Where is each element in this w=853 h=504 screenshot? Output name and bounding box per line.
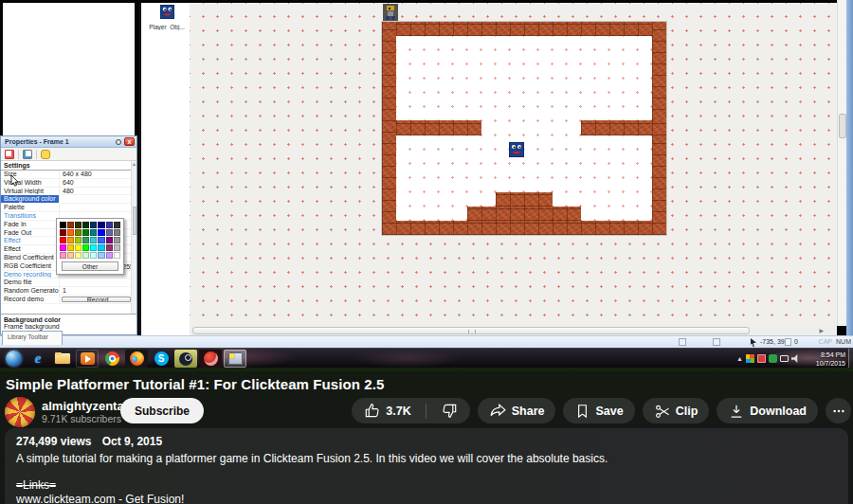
- app25-icon[interactable]: [224, 350, 246, 368]
- palette-swatch[interactable]: [75, 222, 82, 228]
- palette-swatch[interactable]: [106, 252, 113, 259]
- vertical-scrollbar[interactable]: [837, 0, 846, 326]
- palette-swatch[interactable]: [67, 252, 74, 259]
- save-button[interactable]: Save: [563, 398, 634, 423]
- settings-tab-icon[interactable]: [5, 150, 14, 159]
- horizontal-scrollbar-thumb[interactable]: [192, 327, 750, 334]
- runtime-tab-icon[interactable]: [23, 150, 32, 159]
- palette-swatch[interactable]: [114, 244, 120, 251]
- palette-swatch[interactable]: [60, 244, 66, 251]
- property-row[interactable]: Virtual Height 480: [1, 188, 136, 196]
- show-desktop-button[interactable]: [848, 349, 853, 369]
- about-tab-icon[interactable]: [41, 150, 50, 159]
- properties-titlebar[interactable]: Properties - Frame 1 x: [1, 136, 136, 148]
- palette-swatch[interactable]: [114, 237, 120, 243]
- firefox-icon[interactable]: [125, 350, 148, 368]
- player-object[interactable]: [509, 142, 524, 157]
- palette-swatch[interactable]: [75, 237, 82, 243]
- palette-swatch[interactable]: [82, 244, 89, 251]
- backdrop-object-icon[interactable]: [383, 4, 398, 21]
- palette-swatch[interactable]: [82, 222, 89, 228]
- clickteam-link[interactable]: www.clickteam.com - Get Fusion!: [16, 493, 837, 504]
- volume-icon[interactable]: [791, 354, 800, 363]
- clip-button[interactable]: Clip: [643, 398, 710, 423]
- frame-editor-workspace[interactable]: [190, 3, 837, 326]
- property-value[interactable]: 640: [60, 179, 136, 187]
- palette-swatch[interactable]: [106, 229, 113, 236]
- tray-expand-icon[interactable]: ▲: [736, 355, 743, 362]
- palette-swatch[interactable]: [98, 237, 104, 243]
- network-icon[interactable]: [780, 355, 789, 362]
- palette-swatch[interactable]: [106, 237, 113, 243]
- palette-swatch[interactable]: [67, 229, 74, 236]
- properties-scrollbar[interactable]: ▲: [131, 161, 136, 314]
- palette-swatch[interactable]: [67, 244, 74, 251]
- palette-swatch[interactable]: [60, 222, 66, 228]
- palette-swatch[interactable]: [67, 237, 74, 243]
- library-item-player[interactable]: Player_Obj...: [145, 5, 189, 30]
- palette-swatch[interactable]: [75, 244, 82, 251]
- palette-swatch[interactable]: [114, 229, 120, 236]
- palette-swatch[interactable]: [82, 237, 89, 243]
- brick-wall-bottom[interactable]: [382, 221, 666, 235]
- property-value[interactable]: 480: [60, 188, 136, 195]
- property-row[interactable]: Background color: [1, 195, 136, 204]
- palette-swatch[interactable]: [98, 244, 104, 251]
- game-frame[interactable]: [382, 22, 666, 235]
- property-value[interactable]: [60, 279, 136, 286]
- palette-swatch[interactable]: [90, 229, 97, 236]
- brick-ledge-right[interactable]: [581, 120, 666, 135]
- fusion-icon[interactable]: [199, 350, 222, 368]
- more-actions-button[interactable]: [826, 398, 851, 423]
- palette-swatch[interactable]: [98, 252, 104, 259]
- palette-swatch[interactable]: [114, 222, 120, 228]
- scroll-right-arrow-icon[interactable]: ▶: [819, 327, 824, 333]
- brick-wall-left[interactable]: [382, 22, 396, 235]
- palette-swatch[interactable]: [106, 222, 113, 228]
- action-center-icon[interactable]: [757, 354, 766, 363]
- horizontal-scrollbar[interactable]: ▶: [190, 326, 837, 335]
- palette-swatch[interactable]: [75, 229, 82, 236]
- ie-icon[interactable]: [27, 350, 49, 368]
- vertical-scrollbar-thumb[interactable]: [839, 114, 846, 138]
- property-value[interactable]: Record: [62, 297, 131, 302]
- description-box[interactable]: 274,499 views Oct 9, 2015 A simple tutor…: [5, 428, 848, 504]
- palette-swatch[interactable]: [98, 222, 104, 228]
- palette-swatch[interactable]: [98, 229, 104, 236]
- pin-icon[interactable]: [116, 139, 121, 145]
- palette-swatch[interactable]: [114, 252, 120, 259]
- like-button[interactable]: 3.7K: [352, 402, 420, 420]
- palette-swatch[interactable]: [106, 244, 113, 251]
- explorer-icon[interactable]: [51, 350, 74, 368]
- palette-swatch[interactable]: [90, 244, 97, 251]
- palette-swatch[interactable]: [60, 252, 66, 259]
- palette-swatch[interactable]: [90, 222, 97, 228]
- property-value[interactable]: 1: [60, 287, 136, 295]
- palette-swatch[interactable]: [60, 229, 66, 236]
- dislike-button[interactable]: [431, 402, 470, 420]
- property-row[interactable]: Size 640 x 480: [1, 171, 136, 179]
- steam-icon[interactable]: [174, 350, 197, 368]
- property-row[interactable]: Record demo Record: [1, 296, 136, 304]
- brick-step-top[interactable]: [496, 192, 553, 207]
- windows-flag-icon[interactable]: [746, 354, 754, 363]
- download-button[interactable]: Download: [717, 398, 818, 423]
- antivirus-icon[interactable]: [769, 354, 777, 363]
- close-icon[interactable]: x: [124, 137, 135, 146]
- property-row[interactable]: Demo file: [1, 279, 136, 287]
- palette-swatch[interactable]: [90, 252, 97, 259]
- channel-avatar[interactable]: [5, 397, 35, 427]
- brick-wall-top[interactable]: [382, 22, 666, 36]
- other-color-button[interactable]: Other: [62, 261, 118, 271]
- palette-swatch[interactable]: [67, 222, 74, 228]
- palette-swatch[interactable]: [75, 252, 82, 259]
- property-row[interactable]: Virtual Width 640: [1, 179, 136, 188]
- library-toolbar-tab[interactable]: Library Toolbar: [2, 331, 63, 345]
- property-row[interactable]: Random Generato 1: [1, 287, 136, 296]
- property-row[interactable]: Palette: [1, 204, 136, 212]
- brick-step-base[interactable]: [467, 207, 581, 221]
- palette-swatch[interactable]: [82, 229, 89, 236]
- brick-ledge-left[interactable]: [396, 120, 481, 135]
- property-value[interactable]: [60, 195, 136, 203]
- start-icon[interactable]: [2, 350, 25, 368]
